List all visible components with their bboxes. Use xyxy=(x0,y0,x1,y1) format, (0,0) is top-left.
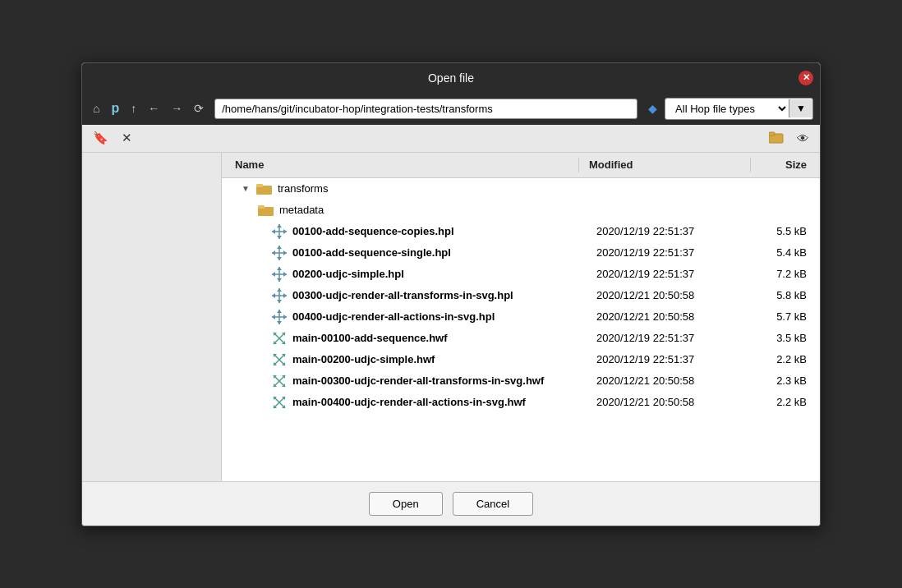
new-folder-button[interactable] xyxy=(765,128,788,149)
svg-marker-21 xyxy=(277,278,282,282)
file-modified: 2020/12/21 20:50:58 xyxy=(590,289,754,301)
view-toggle-button[interactable]: 👁 xyxy=(793,129,813,148)
list-item[interactable]: main-00200-udjc-simple.hwf 2020/12/19 22… xyxy=(222,349,820,370)
list-item[interactable]: ▼ transforms xyxy=(222,178,820,200)
file-size: 2.2 kB xyxy=(754,353,820,365)
secondary-toolbar: 🔖 ✕ 👁 xyxy=(82,125,820,153)
svg-rect-1 xyxy=(769,132,775,136)
list-item[interactable]: main-00100-add-sequence.hwf 2020/12/19 2… xyxy=(222,328,820,349)
hpl-file-icon xyxy=(271,309,288,325)
list-item[interactable]: metadata xyxy=(222,200,820,221)
file-name: 00300-udjc-render-all-transforms-in-svg.… xyxy=(292,289,513,301)
file-size: 2.3 kB xyxy=(754,374,820,387)
list-item[interactable]: 00200-udjc-simple.hpl 2020/12/19 22:51:3… xyxy=(222,264,820,285)
bookmark-add-icon: 🔖 xyxy=(93,131,108,145)
file-size: 7.2 kB xyxy=(754,268,820,280)
svg-marker-34 xyxy=(272,315,275,319)
content-area: Name Modified Size ▼ transforms xyxy=(82,153,820,481)
file-size: 5.4 kB xyxy=(754,246,820,259)
file-name: 00100-add-sequence-single.hpl xyxy=(292,246,451,259)
forward-icon: → xyxy=(171,102,182,115)
back-icon: ← xyxy=(148,102,159,115)
up-icon: ↑ xyxy=(131,102,136,115)
file-modified: 2020/12/19 22:51:37 xyxy=(590,225,754,237)
hpl-file-icon xyxy=(271,245,288,261)
title-bar: Open file ✕ xyxy=(82,63,820,93)
svg-marker-26 xyxy=(277,288,282,292)
svg-marker-14 xyxy=(277,246,282,249)
left-panel xyxy=(82,153,222,481)
list-item[interactable]: 00300-udjc-render-all-transforms-in-svg.… xyxy=(222,285,820,306)
list-item[interactable]: main-00400-udjc-render-all-actions-in-sv… xyxy=(222,392,820,413)
file-name: 00400-udjc-render-all-actions-in-svg.hpl xyxy=(292,310,495,323)
forward-button[interactable]: → xyxy=(167,99,186,117)
file-modified: 2020/12/19 22:51:37 xyxy=(590,332,754,344)
dialog-title: Open file xyxy=(428,71,474,85)
subfolder-icon xyxy=(258,202,274,218)
dropdown-arrow-icon: ▼ xyxy=(796,103,806,114)
svg-rect-5 xyxy=(258,205,265,209)
svg-marker-8 xyxy=(277,224,282,227)
svg-rect-3 xyxy=(256,184,263,187)
bookmark-label-button[interactable]: p xyxy=(107,99,123,118)
folder-icon xyxy=(256,181,273,197)
filetype-selector-container: All Hop file types ▼ xyxy=(665,98,813,120)
file-name: main-00100-add-sequence.hwf xyxy=(292,332,448,344)
open-button[interactable]: Open xyxy=(369,492,443,516)
bookmark-remove-button[interactable]: ✕ xyxy=(117,128,136,148)
svg-marker-32 xyxy=(277,310,282,313)
filetype-dropdown-button[interactable]: ▼ xyxy=(789,99,812,117)
file-modified: 2020/12/19 22:51:37 xyxy=(590,353,754,365)
hpl-file-icon xyxy=(271,223,288,240)
bookmark-add-button[interactable]: 🔖 xyxy=(89,128,113,148)
file-name: main-00400-udjc-render-all-actions-in-sv… xyxy=(292,396,526,408)
cancel-button[interactable]: Cancel xyxy=(453,492,533,516)
home-icon: ⌂ xyxy=(93,102,99,115)
list-item[interactable]: 00100-add-sequence-single.hpl 2020/12/19… xyxy=(222,242,820,264)
hwf-file-icon xyxy=(271,330,288,347)
svg-marker-29 xyxy=(283,293,287,298)
back-button[interactable]: ← xyxy=(144,99,163,117)
path-bookmark-button[interactable]: ◆ xyxy=(644,99,661,117)
file-modified: 2020/12/21 20:50:58 xyxy=(590,374,754,387)
folder-name: transforms xyxy=(278,182,328,195)
svg-marker-10 xyxy=(272,229,275,234)
svg-marker-9 xyxy=(277,236,282,239)
hwf-file-icon xyxy=(271,394,288,411)
svg-marker-16 xyxy=(272,250,275,255)
file-modified: 2020/12/21 20:50:58 xyxy=(590,310,754,323)
view-icon: 👁 xyxy=(797,131,809,145)
file-modified: 2020/12/19 22:51:37 xyxy=(590,246,754,259)
column-header-name: Name xyxy=(222,158,575,171)
file-name: main-00300-udjc-render-all-transforms-in… xyxy=(292,374,544,387)
file-modified: 2020/12/19 22:51:37 xyxy=(590,268,754,280)
file-size: 5.5 kB xyxy=(754,225,820,237)
list-item[interactable]: main-00300-udjc-render-all-transforms-in… xyxy=(222,370,820,392)
svg-marker-11 xyxy=(283,229,287,234)
file-list-container: Name Modified Size ▼ transforms xyxy=(222,153,820,481)
close-button[interactable]: ✕ xyxy=(798,71,813,85)
file-name: main-00200-udjc-simple.hwf xyxy=(292,353,435,365)
list-item[interactable]: 00400-udjc-render-all-actions-in-svg.hpl… xyxy=(222,306,820,328)
up-button[interactable]: ↑ xyxy=(127,99,140,117)
refresh-button[interactable]: ⟳ xyxy=(190,99,208,117)
home-button[interactable]: ⌂ xyxy=(89,99,104,117)
column-divider-1 xyxy=(578,158,579,172)
file-size: 5.8 kB xyxy=(754,289,820,301)
refresh-icon: ⟳ xyxy=(194,102,204,115)
file-size: 5.7 kB xyxy=(754,310,820,323)
svg-marker-35 xyxy=(283,315,287,319)
path-input[interactable]: /home/hans/git/incubator-hop/integration… xyxy=(214,99,637,119)
list-item[interactable]: 00100-add-sequence-copies.hpl 2020/12/19… xyxy=(222,221,820,242)
filetype-select[interactable]: All Hop file types xyxy=(665,99,789,119)
svg-marker-22 xyxy=(272,272,275,277)
file-list-header: Name Modified Size xyxy=(222,153,820,178)
file-modified: 2020/12/21 20:50:58 xyxy=(590,396,754,408)
column-header-modified: Modified xyxy=(582,158,747,171)
file-name: 00200-udjc-simple.hpl xyxy=(292,268,404,280)
file-name: 00100-add-sequence-copies.hpl xyxy=(292,225,454,237)
bottom-bar: Open Cancel xyxy=(82,481,820,526)
file-size: 2.2 kB xyxy=(754,396,820,408)
new-folder-icon xyxy=(769,132,784,146)
hpl-file-icon xyxy=(271,266,288,283)
